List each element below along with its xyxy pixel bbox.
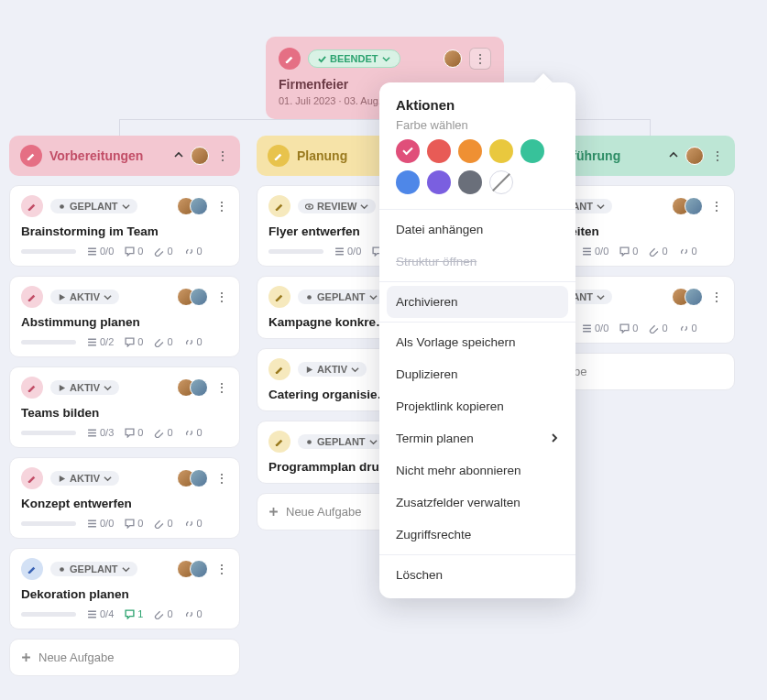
avatar[interactable]: [190, 560, 208, 578]
pencil-icon[interactable]: [21, 558, 43, 580]
pencil-icon[interactable]: [279, 48, 301, 70]
pencil-icon[interactable]: [268, 145, 290, 167]
card-status-label: AKTIV: [317, 364, 347, 375]
menu-item-termin-planen[interactable]: Termin planen: [379, 422, 575, 454]
card-more-button[interactable]: ⋮: [710, 200, 723, 213]
menu-item-datei-anh-ngen[interactable]: Datei anhängen: [379, 213, 575, 246]
column-more-button[interactable]: ⋮: [216, 149, 229, 162]
card-status-label: REVIEW: [317, 201, 356, 212]
card-more-button[interactable]: ⋮: [215, 290, 228, 303]
menu-item-label: Duplizieren: [396, 367, 458, 381]
menu-item-duplizieren[interactable]: Duplizieren: [379, 358, 575, 390]
column-more-button[interactable]: ⋮: [711, 149, 724, 162]
card-title: Konzept entwerfen: [21, 497, 228, 510]
card-more-button[interactable]: ⋮: [215, 472, 228, 485]
pencil-icon[interactable]: [21, 195, 43, 217]
new-task-label: Neue Aufgabe: [38, 651, 114, 664]
task-card[interactable]: GEPLANT ⋮ Brainstorming im Team 0/0 0 0 …: [9, 185, 240, 267]
subtask-count: 0/0: [334, 246, 361, 257]
progress-bar: [21, 340, 76, 345]
avatar[interactable]: [444, 49, 462, 68]
card-status-pill[interactable]: GEPLANT: [298, 434, 385, 449]
card-more-button[interactable]: ⋮: [215, 381, 228, 394]
pencil-icon[interactable]: [268, 195, 290, 217]
color-swatch[interactable]: [427, 170, 451, 194]
pencil-icon[interactable]: [20, 145, 42, 167]
avatar[interactable]: [191, 147, 209, 165]
color-swatch[interactable]: [520, 139, 544, 163]
card-more-button[interactable]: ⋮: [215, 563, 228, 575]
card-status-pill[interactable]: AKTIV: [50, 290, 119, 304]
card-status-pill[interactable]: GEPLANT: [298, 290, 385, 304]
menu-item-projektlink-kopieren[interactable]: Projektlink kopieren: [379, 390, 575, 422]
card-status-pill[interactable]: GEPLANT: [50, 199, 137, 213]
comment-count: 0: [125, 518, 143, 529]
popover-color-label: Farbe wählen: [379, 113, 575, 139]
color-swatch[interactable]: [396, 139, 420, 163]
pencil-icon[interactable]: [268, 358, 290, 380]
menu-item-l-schen[interactable]: Löschen: [379, 559, 575, 591]
attachment-count: 0: [154, 336, 172, 347]
subtask-count: 0/0: [582, 323, 608, 334]
card-status-pill[interactable]: REVIEW: [298, 199, 376, 213]
menu-item-nicht-mehr-abonnieren[interactable]: Nicht mehr abonnieren: [379, 454, 575, 487]
card-status-label: GEPLANT: [70, 563, 118, 574]
menu-item-label: Archivieren: [396, 295, 458, 309]
comment-count: 0: [125, 427, 143, 438]
card-more-button[interactable]: ⋮: [710, 290, 723, 303]
color-swatch[interactable]: [489, 170, 513, 194]
menu-item-label: Löschen: [396, 568, 443, 582]
status-badge-beendet[interactable]: BEENDET: [308, 49, 400, 68]
avatar[interactable]: [685, 288, 703, 306]
pencil-icon[interactable]: [21, 467, 43, 489]
card-status-pill[interactable]: AKTIV: [50, 471, 119, 486]
link-count: 0: [184, 427, 203, 438]
menu-item-label: Nicht mehr abonnieren: [396, 464, 521, 477]
color-swatch[interactable]: [396, 170, 420, 194]
card-title: Teams bilden: [21, 406, 228, 420]
menu-item-label: Zugriffsrechte: [396, 528, 471, 541]
chevron-up-icon[interactable]: [669, 149, 678, 162]
avatar[interactable]: [190, 197, 208, 215]
attachment-count: 0: [154, 608, 172, 619]
avatar[interactable]: [190, 469, 208, 487]
menu-item-zugriffsrechte[interactable]: Zugriffsrechte: [379, 519, 575, 551]
card-status-pill[interactable]: AKTIV: [298, 362, 367, 377]
attachment-count: 0: [649, 246, 667, 257]
card-title: Dekoration planen: [21, 587, 228, 601]
color-swatch[interactable]: [489, 139, 513, 163]
task-card[interactable]: AKTIV ⋮ Teams bilden 0/3 0 0 0: [9, 366, 240, 448]
new-task-button[interactable]: Neue Aufgabe: [9, 639, 240, 676]
card-status-label: AKTIV: [70, 382, 100, 393]
pencil-icon[interactable]: [21, 377, 43, 399]
avatar[interactable]: [190, 288, 208, 306]
subtask-count: 0/2: [87, 336, 114, 347]
avatar[interactable]: [685, 147, 704, 165]
comment-count: 0: [619, 246, 638, 257]
color-swatch[interactable]: [458, 139, 482, 163]
pencil-icon[interactable]: [268, 431, 290, 453]
color-swatch[interactable]: [427, 139, 451, 163]
menu-item-archivieren[interactable]: Archivieren: [387, 286, 568, 318]
card-status-pill[interactable]: AKTIV: [50, 380, 119, 395]
avatar[interactable]: [685, 197, 703, 215]
avatar[interactable]: [190, 378, 208, 397]
menu-item-label: Projektlink kopieren: [396, 399, 504, 413]
column-header-pink[interactable]: Vorbereitungen ⋮: [9, 136, 240, 176]
card-more-button[interactable]: ⋮: [215, 200, 228, 213]
menu-item-label: Zusatzfelder verwalten: [396, 496, 520, 509]
comment-count: 0: [619, 323, 638, 334]
menu-item-zusatzfelder-verwalten[interactable]: Zusatzfelder verwalten: [379, 487, 575, 519]
pencil-icon[interactable]: [268, 286, 290, 308]
task-card[interactable]: GEPLANT ⋮ Dekoration planen 0/4 1 0 0: [9, 548, 240, 629]
menu-item-als-vorlage-speichern[interactable]: Als Vorlage speichern: [379, 326, 575, 358]
task-card[interactable]: AKTIV ⋮ Konzept entwerfen 0/0 0 0 0: [9, 457, 240, 539]
chevron-up-icon[interactable]: [174, 149, 183, 162]
task-card[interactable]: AKTIV ⋮ Abstimmung planen 0/2 0 0 0: [9, 276, 240, 357]
pencil-icon[interactable]: [21, 286, 43, 308]
card-status-pill[interactable]: GEPLANT: [50, 562, 137, 576]
color-swatch[interactable]: [458, 170, 482, 194]
status-label: BEENDET: [330, 53, 378, 64]
subtask-count: 0/3: [87, 427, 114, 438]
root-more-button[interactable]: ⋮: [469, 48, 491, 70]
